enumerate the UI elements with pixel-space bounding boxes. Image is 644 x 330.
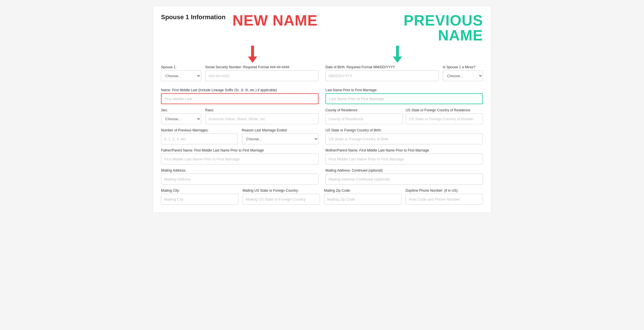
- prev-name-input[interactable]: [325, 93, 483, 104]
- bottom-section: Mailing City: Mailing US State or Foreig…: [161, 189, 483, 205]
- new-name-group: Name: First Middle Last {Include Lineage…: [161, 88, 319, 104]
- sex-race-section: Sex: Choose... Race: County of Residence…: [161, 108, 483, 124]
- county-input[interactable]: [325, 113, 403, 124]
- city-input[interactable]: [161, 194, 238, 205]
- marriages-section: Number of Previous Marriages: Reason Las…: [161, 128, 483, 144]
- mailing-state-input[interactable]: [243, 194, 320, 205]
- new-name-label: Name: First Middle Last {Include Lineage…: [161, 88, 319, 92]
- reason-ended-group: Reason Last Marriage Ended: Choose...: [242, 128, 319, 144]
- sex-race-left: Sex: Choose... Race:: [161, 108, 319, 124]
- mailing-state-label: Mailing US State or Foreign Country:: [243, 189, 320, 193]
- address-label: Mailing Address:: [161, 168, 319, 172]
- minor-label: Is Spouse 1 a Minor?: [443, 65, 483, 69]
- address-input[interactable]: [161, 174, 319, 185]
- red-arrow-shaft: [251, 46, 254, 57]
- race-input[interactable]: [205, 113, 319, 124]
- parents-section: Father/Parent Name: First Middle Last Na…: [161, 148, 483, 164]
- reason-ended-select[interactable]: Choose...: [242, 133, 319, 144]
- zip-group: Mailing Zip Code:: [324, 189, 401, 205]
- green-arrow-shaft: [396, 46, 399, 57]
- marriages-left: Number of Previous Marriages: Reason Las…: [161, 128, 319, 144]
- dob-input[interactable]: [325, 70, 439, 81]
- dob-minor-right: Date of Birth: Required Format MM/DD/YYY…: [325, 65, 483, 81]
- spouse1-select[interactable]: Choose...: [161, 70, 201, 81]
- num-marriages-group: Number of Previous Marriages:: [161, 128, 238, 144]
- arrows-row: [161, 48, 483, 63]
- race-group: Race:: [205, 108, 319, 124]
- father-group: Father/Parent Name: First Middle Last Na…: [161, 148, 319, 164]
- residence-state-group: US State or Foreign Country of Residence…: [406, 108, 483, 124]
- address-cont-input[interactable]: [325, 174, 483, 185]
- mother-label: Mother/Parent Name: First Middle Last Na…: [325, 148, 483, 152]
- city-label: Mailing City:: [161, 189, 238, 193]
- form-container: Spouse 1 Information NEW NAME PREVIOUS N…: [153, 6, 491, 213]
- minor-group: Is Spouse 1 a Minor? Choose...: [443, 65, 483, 81]
- father-input[interactable]: [161, 154, 319, 164]
- sex-group: Sex: Choose...: [161, 108, 201, 124]
- spouse1-group: Spouse 1: Choose...: [161, 65, 201, 81]
- prev-name-label: Last Name Prior to First Marriage:: [325, 88, 483, 92]
- red-arrow-head: [248, 57, 257, 63]
- green-arrow-head: [393, 57, 402, 63]
- reason-ended-label: Reason Last Marriage Ended:: [242, 128, 319, 132]
- sex-label: Sex:: [161, 108, 201, 112]
- mailing-state-group: Mailing US State or Foreign Country:: [243, 189, 320, 205]
- name-section: Name: First Middle Last {Include Lineage…: [161, 88, 483, 104]
- phone-label: Daytime Phone Number: (if in US): [406, 189, 483, 193]
- residence-state-input[interactable]: [406, 113, 483, 124]
- birth-state-group: US State or Foreign Country of Birth:: [325, 128, 483, 144]
- spouse-ssn-section: Spouse 1: Choose... Social Security Numb…: [161, 65, 483, 85]
- mother-group: Mother/Parent Name: First Middle Last Na…: [325, 148, 483, 164]
- spouse-ssn-left: Spouse 1: Choose... Social Security Numb…: [161, 65, 319, 81]
- county-state-right: County of Residence : US State or Foreig…: [325, 108, 483, 124]
- birth-state-input[interactable]: [325, 133, 483, 144]
- phone-input[interactable]: [406, 194, 483, 205]
- minor-select[interactable]: Choose...: [443, 70, 483, 81]
- address-section: Mailing Address: Mailing Address: Contin…: [161, 168, 483, 185]
- num-marriages-input[interactable]: [161, 133, 238, 144]
- dob-group: Date of Birth: Required Format MM/DD/YYY…: [325, 65, 439, 81]
- ssn-group: Social Security Number: Required Format …: [205, 65, 319, 81]
- county-label: County of Residence :: [325, 108, 403, 112]
- address-cont-label: Mailing Address: Continued (optional): [325, 168, 483, 172]
- spouse1-label: Spouse 1:: [161, 65, 201, 69]
- prev-name-group: Last Name Prior to First Marriage:: [325, 88, 483, 104]
- birth-state-label: US State or Foreign Country of Birth:: [325, 128, 483, 132]
- address-cont-group: Mailing Address: Continued (optional): [325, 168, 483, 185]
- zip-label: Mailing Zip Code:: [324, 189, 401, 193]
- prev-name-heading: PREVIOUS NAME: [358, 13, 483, 43]
- phone-group: Daytime Phone Number: (if in US): [406, 189, 483, 205]
- red-arrow: [248, 46, 257, 63]
- form-title: Spouse 1 Information: [161, 13, 226, 21]
- dob-label: Date of Birth: Required Format MM/DD/YYY…: [325, 65, 439, 69]
- mother-input[interactable]: [325, 154, 483, 164]
- city-group: Mailing City:: [161, 189, 238, 205]
- race-label: Race:: [205, 108, 319, 112]
- ssn-input[interactable]: [205, 70, 319, 81]
- green-arrow: [393, 46, 402, 63]
- residence-state-label: US State or Foreign Country of Residence…: [406, 108, 483, 112]
- header-row: Spouse 1 Information NEW NAME PREVIOUS N…: [161, 13, 483, 43]
- address-group: Mailing Address:: [161, 168, 319, 185]
- county-group: County of Residence :: [325, 108, 403, 124]
- sex-select[interactable]: Choose...: [161, 113, 201, 124]
- zip-input[interactable]: [324, 194, 401, 205]
- new-name-heading: NEW NAME: [232, 13, 358, 28]
- father-label: Father/Parent Name: First Middle Last Na…: [161, 148, 319, 152]
- ssn-label: Social Security Number: Required Format …: [205, 65, 319, 69]
- new-name-input[interactable]: [161, 93, 319, 104]
- num-marriages-label: Number of Previous Marriages:: [161, 128, 238, 132]
